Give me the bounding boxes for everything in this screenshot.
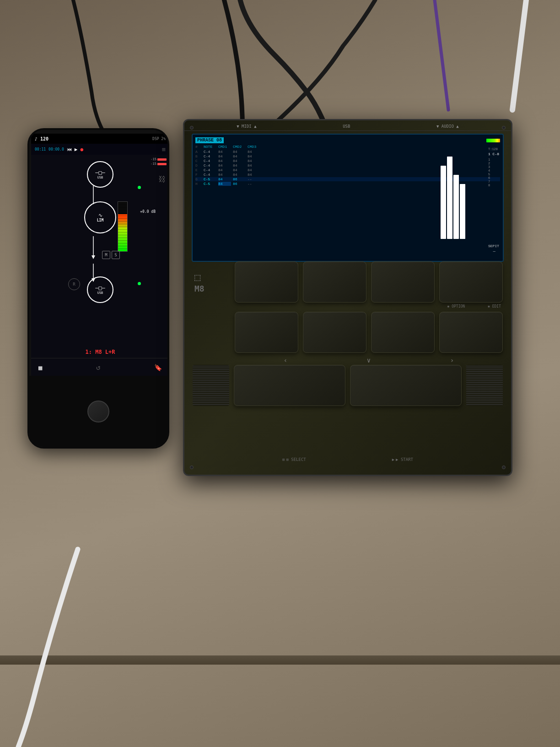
row-cmd1-0: 84 xyxy=(218,150,231,154)
audio-label-text: ▼ AUDIO ▲ xyxy=(436,124,459,129)
screw-tl xyxy=(190,126,194,130)
screw-bl xyxy=(190,466,194,469)
row-note-0: C-4 xyxy=(204,150,216,154)
screen-status-bar: PHRASE 08 xyxy=(195,137,500,143)
select-label[interactable]: ⊞ ⊞ SELECT xyxy=(282,457,306,462)
lim-label: LIM xyxy=(97,218,103,222)
vu-bar-2 xyxy=(447,157,452,239)
counter2: 00:00.0 xyxy=(48,147,64,152)
s-button[interactable]: S xyxy=(112,251,120,259)
tab-grid-icon[interactable]: ▦ xyxy=(38,364,42,371)
vu-meter xyxy=(118,201,128,252)
m-button[interactable]: M xyxy=(102,251,110,259)
tab-routing-icon[interactable]: ↺ xyxy=(96,363,101,372)
iphone-tab-bar: ▦ ↺ 🔖 xyxy=(31,358,169,376)
vu-bar-3 xyxy=(453,175,459,239)
iphone-home-area xyxy=(29,376,167,447)
m8-top-buttons xyxy=(235,261,503,303)
record-btn[interactable]: ● xyxy=(80,146,83,152)
transport-bar: 00:11 00:00.0 ⏮ ▶ ● ≡ xyxy=(31,144,169,155)
vu-bar-1 xyxy=(441,166,446,239)
r-button[interactable]: R xyxy=(68,278,80,290)
vu-lines xyxy=(118,202,127,251)
start-icon: ▶ xyxy=(392,457,394,462)
usb-label-text: USB xyxy=(343,124,350,129)
menu-btn[interactable]: ≡ xyxy=(162,146,166,153)
iphone-status-bar: ♪ 120 DSP 2% xyxy=(31,134,169,144)
col-num: # xyxy=(195,145,202,149)
db-label: +0.0 dB xyxy=(140,210,156,214)
t128-label: T:128 xyxy=(488,147,499,151)
home-button[interactable] xyxy=(87,401,109,422)
m8-btn-5[interactable] xyxy=(235,312,298,353)
iphone-screen: ♪ 120 DSP 2% 00:11 00:00.0 ⏮ ▶ ● ≡ -15 -… xyxy=(31,134,169,379)
svg-marker-3 xyxy=(92,255,95,259)
table-edge xyxy=(0,655,560,665)
device-label: 1: M8 L+R xyxy=(85,349,115,355)
m8-btn-3[interactable] xyxy=(371,261,435,303)
cursor: _ xyxy=(493,248,495,253)
m8-logo-area: ⬚ M8 xyxy=(194,271,205,293)
m8-btn-10[interactable] xyxy=(350,365,462,406)
m8-btn-9[interactable] xyxy=(234,365,345,406)
m8-screen: PHRASE 08 # NOTE CMD1 CMD2 CMD3 A C-4 84 xyxy=(192,134,504,262)
m8-btn-6[interactable] xyxy=(303,312,366,353)
right-panel: T:128 1 C-8 1 2 3 4 5 6 7 8 xyxy=(488,147,499,187)
vu-bar-4 xyxy=(460,184,465,239)
play-btn[interactable]: ▶ xyxy=(75,146,78,152)
note-value: 1 C-8 xyxy=(488,152,499,156)
green-dot-top xyxy=(138,186,141,189)
select-icon: ⊞ xyxy=(282,457,285,462)
midi-label-text: ▼ MIDI ▲ xyxy=(237,124,256,129)
tab-bookmark-icon[interactable]: 🔖 xyxy=(154,364,162,371)
phrase-title: PHRASE 08 xyxy=(195,137,224,143)
m8-btn-8[interactable] xyxy=(439,312,503,353)
sepit-label: SEPIT xyxy=(488,244,499,248)
midi-label: ▼ MIDI ▲ xyxy=(237,124,256,129)
screw-tr xyxy=(502,126,506,130)
usb-node-top[interactable]: —□— USB xyxy=(87,161,113,188)
m8-vu-bars xyxy=(441,147,465,239)
ms-buttons: M S xyxy=(102,251,120,259)
m8-device: ▼ MIDI ▲ USB ▼ AUDIO ▲ PHRASE 08 # NOTE … xyxy=(183,119,512,476)
speaker-grille-right xyxy=(466,365,503,406)
screen-right-status xyxy=(486,137,500,143)
m8-top-labels: ▼ MIDI ▲ USB ▼ AUDIO ▲ xyxy=(184,120,511,131)
m8-logo-text: M8 xyxy=(194,284,205,293)
m8-bottom-labels: ⊞ ⊞ SELECT ▶ ▶ START xyxy=(239,457,456,462)
m8-btn-7[interactable] xyxy=(371,312,435,353)
arrow-labels: ‹ ∨ › xyxy=(235,357,503,364)
start-label[interactable]: ▶ ▶ START xyxy=(392,457,413,462)
iphone: ♪ 120 DSP 2% 00:11 00:00.0 ⏮ ▶ ● ≡ -15 -… xyxy=(27,128,169,449)
routing-diagram: —□— USB ∿ LIM +0.0 dB xyxy=(31,159,169,315)
counter1: 00:11 xyxy=(35,147,46,152)
arrow-left: ‹ xyxy=(284,357,287,364)
back-btn[interactable]: ⏮ xyxy=(67,146,72,152)
m8-logo-icon: ⬚ xyxy=(194,271,205,283)
select-text: ⊞ SELECT xyxy=(286,457,306,462)
m8-btn-2[interactable] xyxy=(303,261,366,303)
lim-node[interactable]: ∿ LIM xyxy=(84,201,116,233)
arrow-down: ∨ xyxy=(367,357,371,364)
speaker-left xyxy=(193,365,229,406)
m8-bottom-row xyxy=(193,365,503,406)
speaker-grille-left xyxy=(193,365,229,406)
row-cmd2-0: 84 xyxy=(233,150,246,154)
m8-screen-inner: PHRASE 08 # NOTE CMD1 CMD2 CMD3 A C-4 84 xyxy=(193,135,503,261)
note-list: 1 2 3 4 5 6 7 8 xyxy=(488,158,499,187)
usb-node-bottom[interactable]: —□— USB xyxy=(87,276,113,303)
row-cmd3-0: 84 xyxy=(248,150,260,154)
option-edit-labels: ✱ OPTION ✱ EDIT xyxy=(361,304,503,309)
row-num-0: A xyxy=(195,150,202,154)
edit-label: ✱ EDIT xyxy=(488,304,501,309)
m8-btn-1[interactable] xyxy=(235,261,298,303)
screw-br xyxy=(502,466,506,469)
col-cmd1: CMD1 xyxy=(218,145,231,149)
dsp-display: DSP 2% xyxy=(152,137,166,141)
col-note: NOTE xyxy=(204,145,216,149)
m8-btn-4[interactable] xyxy=(439,261,503,303)
usb-top-label: USB xyxy=(97,176,103,179)
green-dot-bottom xyxy=(138,282,141,285)
arrow-right: › xyxy=(450,357,454,364)
m8-mid-buttons xyxy=(235,312,503,353)
